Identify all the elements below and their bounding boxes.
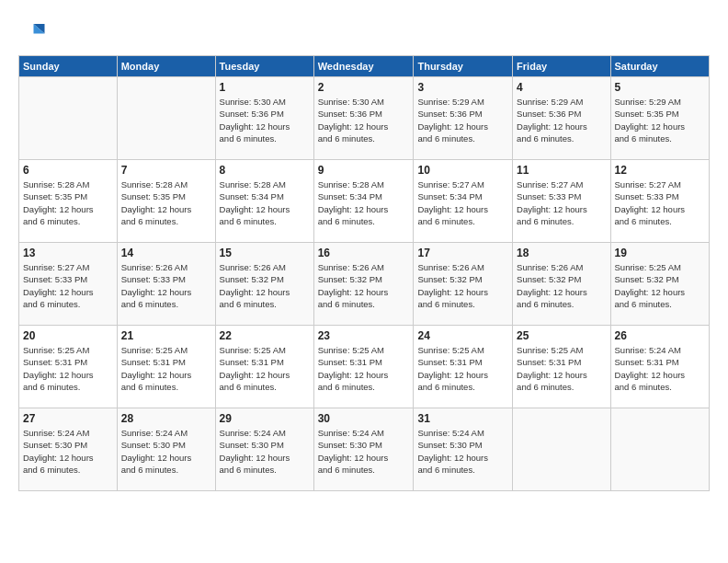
day-cell: 23Sunrise: 5:25 AM Sunset: 5:31 PM Dayli… bbox=[313, 326, 414, 408]
week-row-1: 1Sunrise: 5:30 AM Sunset: 5:36 PM Daylig… bbox=[19, 77, 710, 160]
day-number: 18 bbox=[517, 247, 606, 259]
day-cell: 19Sunrise: 5:25 AM Sunset: 5:32 PM Dayli… bbox=[610, 243, 709, 326]
day-number: 2 bbox=[318, 81, 410, 94]
day-info: Sunrise: 5:29 AM Sunset: 5:35 PM Dayligh… bbox=[615, 96, 705, 144]
day-cell: 29Sunrise: 5:24 AM Sunset: 5:30 PM Dayli… bbox=[215, 408, 313, 491]
day-cell: 15Sunrise: 5:26 AM Sunset: 5:32 PM Dayli… bbox=[215, 243, 313, 326]
day-number: 10 bbox=[417, 164, 508, 177]
day-cell: 3Sunrise: 5:29 AM Sunset: 5:36 PM Daylig… bbox=[414, 77, 513, 160]
day-info: Sunrise: 5:25 AM Sunset: 5:31 PM Dayligh… bbox=[318, 344, 410, 393]
day-cell: 1Sunrise: 5:30 AM Sunset: 5:36 PM Daylig… bbox=[215, 77, 313, 160]
day-info: Sunrise: 5:30 AM Sunset: 5:36 PM Dayligh… bbox=[318, 96, 410, 144]
day-cell: 14Sunrise: 5:26 AM Sunset: 5:33 PM Dayli… bbox=[117, 243, 215, 326]
header-cell-tuesday: Tuesday bbox=[215, 56, 313, 77]
day-number: 9 bbox=[318, 164, 410, 177]
header-cell-sunday: Sunday bbox=[19, 56, 118, 77]
day-number: 12 bbox=[615, 164, 705, 177]
day-number: 30 bbox=[318, 412, 410, 425]
day-number: 26 bbox=[615, 329, 705, 342]
day-info: Sunrise: 5:29 AM Sunset: 5:36 PM Dayligh… bbox=[517, 96, 606, 144]
day-info: Sunrise: 5:25 AM Sunset: 5:31 PM Dayligh… bbox=[220, 344, 310, 393]
day-number: 27 bbox=[23, 412, 113, 425]
day-cell: 2Sunrise: 5:30 AM Sunset: 5:36 PM Daylig… bbox=[313, 77, 414, 160]
day-cell bbox=[513, 408, 610, 491]
day-cell bbox=[19, 77, 118, 160]
day-cell: 28Sunrise: 5:24 AM Sunset: 5:30 PM Dayli… bbox=[117, 408, 215, 491]
day-cell: 21Sunrise: 5:25 AM Sunset: 5:31 PM Dayli… bbox=[117, 326, 215, 408]
day-info: Sunrise: 5:28 AM Sunset: 5:35 PM Dayligh… bbox=[23, 178, 113, 227]
day-info: Sunrise: 5:26 AM Sunset: 5:33 PM Dayligh… bbox=[121, 261, 211, 310]
week-row-4: 20Sunrise: 5:25 AM Sunset: 5:31 PM Dayli… bbox=[19, 326, 710, 408]
day-cell: 5Sunrise: 5:29 AM Sunset: 5:35 PM Daylig… bbox=[610, 77, 709, 160]
day-cell: 7Sunrise: 5:28 AM Sunset: 5:35 PM Daylig… bbox=[117, 160, 215, 243]
week-row-3: 13Sunrise: 5:27 AM Sunset: 5:33 PM Dayli… bbox=[19, 243, 710, 326]
day-info: Sunrise: 5:25 AM Sunset: 5:32 PM Dayligh… bbox=[615, 261, 705, 310]
day-cell bbox=[610, 408, 709, 491]
day-number: 31 bbox=[417, 412, 508, 425]
day-info: Sunrise: 5:29 AM Sunset: 5:36 PM Dayligh… bbox=[417, 96, 508, 144]
day-info: Sunrise: 5:25 AM Sunset: 5:31 PM Dayligh… bbox=[517, 344, 606, 393]
day-number: 13 bbox=[23, 247, 113, 259]
day-cell: 24Sunrise: 5:25 AM Sunset: 5:31 PM Dayli… bbox=[414, 326, 513, 408]
calendar-table: SundayMondayTuesdayWednesdayThursdayFrid… bbox=[18, 55, 710, 491]
day-number: 4 bbox=[517, 81, 606, 94]
day-number: 17 bbox=[417, 247, 508, 259]
day-number: 28 bbox=[121, 412, 211, 425]
day-cell: 17Sunrise: 5:26 AM Sunset: 5:32 PM Dayli… bbox=[414, 243, 513, 326]
header-cell-saturday: Saturday bbox=[610, 56, 709, 77]
header-cell-wednesday: Wednesday bbox=[313, 56, 414, 77]
day-info: Sunrise: 5:26 AM Sunset: 5:32 PM Dayligh… bbox=[318, 261, 410, 310]
day-number: 25 bbox=[517, 329, 606, 342]
day-number: 6 bbox=[23, 164, 113, 177]
day-info: Sunrise: 5:24 AM Sunset: 5:30 PM Dayligh… bbox=[23, 427, 113, 476]
day-info: Sunrise: 5:28 AM Sunset: 5:35 PM Dayligh… bbox=[121, 178, 211, 227]
day-cell: 22Sunrise: 5:25 AM Sunset: 5:31 PM Dayli… bbox=[215, 326, 313, 408]
day-cell: 12Sunrise: 5:27 AM Sunset: 5:33 PM Dayli… bbox=[610, 160, 709, 243]
day-info: Sunrise: 5:26 AM Sunset: 5:32 PM Dayligh… bbox=[517, 261, 606, 310]
day-cell: 6Sunrise: 5:28 AM Sunset: 5:35 PM Daylig… bbox=[19, 160, 118, 243]
day-cell: 11Sunrise: 5:27 AM Sunset: 5:33 PM Dayli… bbox=[513, 160, 610, 243]
header-cell-friday: Friday bbox=[513, 56, 610, 77]
day-number: 15 bbox=[220, 247, 310, 259]
day-cell: 16Sunrise: 5:26 AM Sunset: 5:32 PM Dayli… bbox=[313, 243, 414, 326]
day-info: Sunrise: 5:24 AM Sunset: 5:30 PM Dayligh… bbox=[318, 427, 410, 476]
day-number: 14 bbox=[121, 247, 211, 259]
day-info: Sunrise: 5:27 AM Sunset: 5:34 PM Dayligh… bbox=[417, 178, 508, 227]
day-info: Sunrise: 5:27 AM Sunset: 5:33 PM Dayligh… bbox=[23, 261, 113, 310]
day-info: Sunrise: 5:25 AM Sunset: 5:31 PM Dayligh… bbox=[121, 344, 211, 393]
day-cell: 10Sunrise: 5:27 AM Sunset: 5:34 PM Dayli… bbox=[414, 160, 513, 243]
day-cell: 31Sunrise: 5:24 AM Sunset: 5:30 PM Dayli… bbox=[414, 408, 513, 491]
day-info: Sunrise: 5:26 AM Sunset: 5:32 PM Dayligh… bbox=[220, 261, 310, 310]
day-cell: 26Sunrise: 5:24 AM Sunset: 5:31 PM Dayli… bbox=[610, 326, 709, 408]
week-row-2: 6Sunrise: 5:28 AM Sunset: 5:35 PM Daylig… bbox=[19, 160, 710, 243]
day-number: 19 bbox=[615, 247, 705, 259]
day-cell: 30Sunrise: 5:24 AM Sunset: 5:30 PM Dayli… bbox=[313, 408, 414, 491]
day-cell: 9Sunrise: 5:28 AM Sunset: 5:34 PM Daylig… bbox=[313, 160, 414, 243]
day-info: Sunrise: 5:25 AM Sunset: 5:31 PM Dayligh… bbox=[417, 344, 508, 393]
day-number: 24 bbox=[417, 329, 508, 342]
day-number: 20 bbox=[23, 329, 113, 342]
day-info: Sunrise: 5:24 AM Sunset: 5:31 PM Dayligh… bbox=[615, 344, 705, 393]
day-cell bbox=[117, 77, 215, 160]
day-info: Sunrise: 5:24 AM Sunset: 5:30 PM Dayligh… bbox=[220, 427, 310, 476]
day-info: Sunrise: 5:28 AM Sunset: 5:34 PM Dayligh… bbox=[220, 178, 310, 227]
day-cell: 8Sunrise: 5:28 AM Sunset: 5:34 PM Daylig… bbox=[215, 160, 313, 243]
day-info: Sunrise: 5:25 AM Sunset: 5:31 PM Dayligh… bbox=[23, 344, 113, 393]
day-number: 22 bbox=[220, 329, 310, 342]
week-row-5: 27Sunrise: 5:24 AM Sunset: 5:30 PM Dayli… bbox=[19, 408, 710, 491]
day-info: Sunrise: 5:30 AM Sunset: 5:36 PM Dayligh… bbox=[220, 96, 310, 144]
header-row: SundayMondayTuesdayWednesdayThursdayFrid… bbox=[19, 56, 710, 77]
day-cell: 27Sunrise: 5:24 AM Sunset: 5:30 PM Dayli… bbox=[19, 408, 118, 491]
day-number: 21 bbox=[121, 329, 211, 342]
day-number: 8 bbox=[220, 164, 310, 177]
day-number: 7 bbox=[121, 164, 211, 177]
day-number: 23 bbox=[318, 329, 410, 342]
logo bbox=[18, 18, 50, 46]
day-number: 1 bbox=[220, 81, 310, 94]
day-info: Sunrise: 5:24 AM Sunset: 5:30 PM Dayligh… bbox=[417, 427, 508, 476]
header-cell-thursday: Thursday bbox=[414, 56, 513, 77]
logo-icon bbox=[18, 18, 46, 46]
day-cell: 18Sunrise: 5:26 AM Sunset: 5:32 PM Dayli… bbox=[513, 243, 610, 326]
day-cell: 13Sunrise: 5:27 AM Sunset: 5:33 PM Dayli… bbox=[19, 243, 118, 326]
header-cell-monday: Monday bbox=[117, 56, 215, 77]
